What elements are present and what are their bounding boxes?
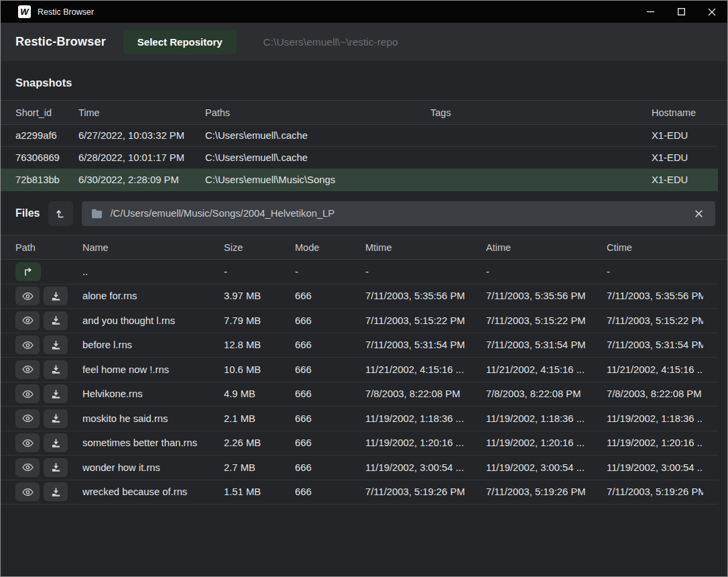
file-row: sometimes better than.rns 2.26 MB 666 11… — [1, 431, 718, 456]
maximize-button[interactable] — [666, 1, 696, 23]
view-file-button[interactable] — [15, 360, 40, 379]
file-mode: 666 — [295, 388, 365, 399]
col-short-id: Short_id — [15, 107, 78, 118]
file-mode: 666 — [295, 462, 365, 473]
file-ctime: 7/11/2003, 5:35:56 PM — [607, 291, 703, 301]
file-mode: 666 — [295, 413, 365, 424]
file-row: moskito he said.rns 2.1 MB 666 11/19/200… — [1, 407, 718, 431]
eye-icon — [22, 316, 34, 325]
view-file-button[interactable] — [15, 335, 40, 354]
download-icon — [51, 364, 61, 374]
file-atime: 11/19/2002, 1:18:36 ... — [486, 413, 607, 424]
file-name: wrecked because of.rns — [82, 486, 224, 497]
file-row: wrecked because of.rns 1.51 MB 666 7/11/… — [1, 480, 718, 505]
maximize-icon — [678, 8, 685, 15]
file-name: feel home now !.rns — [82, 364, 224, 375]
download-icon — [51, 389, 61, 399]
files-heading: Files — [15, 207, 40, 219]
download-file-button[interactable] — [44, 458, 68, 477]
col-path: Path — [15, 242, 82, 253]
file-mtime: 11/19/2002, 1:20:16 ... — [365, 437, 486, 448]
eye-icon — [22, 463, 34, 472]
clear-path-button[interactable] — [692, 207, 706, 221]
file-atime: 11/21/2002, 4:15:16 ... — [486, 364, 607, 375]
snapshot-row[interactable]: 72b813bb 6/30/2022, 2:28:09 PM C:\Users\… — [1, 169, 718, 191]
download-file-button[interactable] — [44, 409, 68, 428]
file-ctime: 7/11/2003, 5:15:22 PM — [607, 315, 703, 326]
close-icon — [708, 8, 716, 16]
file-mtime: 11/19/2002, 1:18:36 ... — [365, 413, 486, 424]
file-row: Helvikone.rns 4.9 MB 666 7/8/2003, 8:22:… — [1, 382, 718, 407]
level-up-icon — [55, 208, 66, 219]
download-icon — [51, 438, 61, 448]
file-mtime: 7/8/2003, 8:22:08 PM — [365, 388, 486, 399]
file-atime: 11/19/2002, 3:00:54 ... — [486, 462, 607, 473]
files-table-body: alone for.rns 3.97 MB 666 7/11/2003, 5:3… — [1, 284, 727, 505]
file-ctime: 11/19/2002, 1:18:36 ... — [607, 413, 703, 424]
file-size: 7.79 MB — [224, 315, 295, 326]
current-path-bar[interactable]: /C/Users/emuell/Music/Songs/2004_Helveti… — [82, 201, 715, 226]
titlebar: W Restic Browser — [1, 1, 727, 23]
file-name: Helvikone.rns — [82, 388, 224, 399]
file-mode: 666 — [295, 437, 365, 448]
file-mtime: 11/21/2002, 4:15:16 ... — [365, 364, 486, 375]
snapshot-short-id: a2299af6 — [15, 130, 78, 141]
file-size: 1.51 MB — [224, 486, 295, 497]
file-name: .. — [82, 266, 224, 277]
eye-icon — [22, 341, 34, 350]
file-mode: 666 — [295, 315, 365, 326]
file-row: alone for.rns 3.97 MB 666 7/11/2003, 5:3… — [1, 284, 718, 309]
view-file-button[interactable] — [15, 433, 40, 452]
view-file-button[interactable] — [15, 458, 40, 477]
download-icon — [51, 462, 61, 472]
file-atime: 7/11/2003, 5:35:56 PM — [486, 291, 607, 301]
select-repository-button[interactable]: Select Repository — [123, 30, 237, 54]
snapshot-paths: C:\Users\emuell\Music\Songs — [205, 174, 430, 185]
view-file-button[interactable] — [15, 384, 40, 403]
download-file-button[interactable] — [44, 433, 68, 452]
download-file-button[interactable] — [44, 335, 68, 354]
col-time: Time — [78, 107, 205, 118]
minimize-button[interactable] — [635, 1, 666, 23]
snapshots-table-header: Short_id Time Paths Tags Hostname — [1, 100, 727, 125]
view-file-button[interactable] — [15, 409, 40, 428]
snapshot-short-id: 72b813bb — [15, 174, 78, 185]
file-ctime: 7/11/2003, 5:31:54 PM — [607, 339, 703, 350]
file-size: 2.1 MB — [224, 413, 295, 424]
snapshot-paths: C:\Users\emuell\.cache — [205, 152, 430, 163]
current-path: /C/Users/emuell/Music/Songs/2004_Helveti… — [110, 208, 684, 219]
view-file-button[interactable] — [15, 482, 40, 501]
file-atime: 7/11/2003, 5:15:22 PM — [486, 315, 607, 326]
section-gap — [1, 227, 727, 235]
col-ctime: Ctime — [607, 242, 713, 253]
file-row: before l.rns 12.8 MB 666 7/11/2003, 5:31… — [1, 333, 718, 358]
repository-path[interactable]: C:\Users\emuell\~\restic-repo — [263, 36, 398, 48]
download-file-button[interactable] — [44, 482, 68, 501]
download-file-button[interactable] — [44, 311, 68, 330]
download-file-button[interactable] — [44, 286, 68, 305]
snapshot-row[interactable]: a2299af6 6/27/2022, 10:03:32 PM C:\Users… — [1, 125, 718, 147]
file-ctime: 7/8/2003, 8:22:08 PM — [607, 388, 703, 399]
view-file-button[interactable] — [15, 286, 40, 305]
file-mtime: 7/11/2003, 5:15:22 PM — [365, 315, 486, 326]
file-ctime: - — [607, 266, 703, 277]
file-size: 10.6 MB — [224, 364, 295, 375]
eye-icon — [22, 414, 34, 423]
file-mode: - — [295, 266, 365, 277]
minimize-icon — [647, 8, 654, 15]
snapshot-short-id: 76306869 — [15, 152, 78, 163]
download-file-button[interactable] — [44, 360, 68, 379]
file-row: and you thought l.rns 7.79 MB 666 7/11/2… — [1, 309, 718, 333]
view-file-button[interactable] — [15, 311, 40, 330]
file-name: sometimes better than.rns — [82, 437, 224, 448]
go-up-button[interactable] — [15, 262, 41, 281]
file-mtime: 11/19/2002, 3:00:54 ... — [365, 462, 486, 473]
download-file-button[interactable] — [44, 384, 68, 403]
file-mtime: - — [365, 266, 486, 277]
snapshot-row[interactable]: 76306869 6/28/2022, 10:01:17 PM C:\Users… — [1, 147, 718, 169]
level-up-button[interactable] — [48, 201, 73, 226]
file-size: 12.8 MB — [224, 339, 295, 350]
close-button[interactable] — [696, 1, 727, 23]
parent-directory-row[interactable]: .. - - - - - — [1, 260, 718, 284]
snapshot-time: 6/30/2022, 2:28:09 PM — [78, 174, 205, 185]
